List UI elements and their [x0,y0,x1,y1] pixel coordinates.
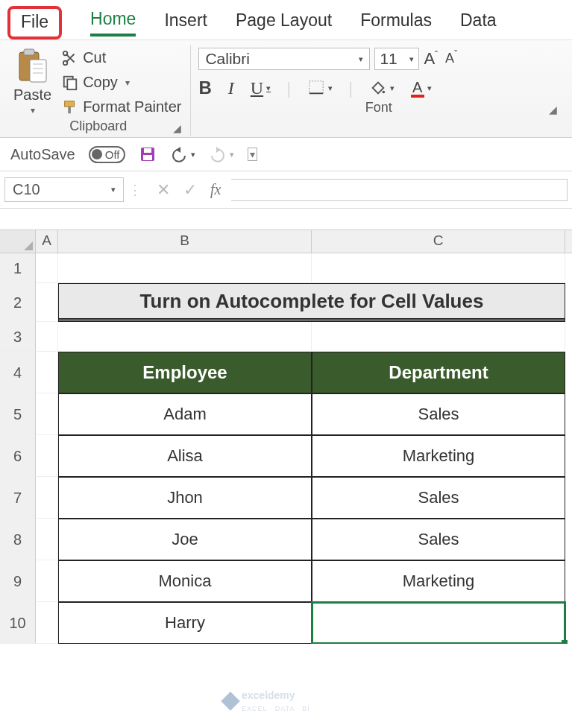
table-cell-selected[interactable] [312,602,565,644]
decrease-font-size-button[interactable]: Aˇ [445,49,457,69]
cell[interactable] [36,477,58,519]
tab-page-layout[interactable]: Page Layout [236,10,332,35]
svg-rect-17 [143,155,152,160]
increase-font-size-button[interactable]: Aˆ [424,49,438,69]
save-button[interactable] [139,145,157,163]
chevron-down-icon[interactable]: ▾ [390,83,395,93]
copy-label: Copy [83,74,118,91]
col-header-c[interactable]: C [312,230,565,253]
row-header[interactable]: 1 [0,253,36,283]
row-header[interactable]: 5 [0,393,36,435]
table-cell[interactable]: Sales [312,393,565,435]
chevron-down-icon[interactable]: ▾ [125,77,130,88]
table-cell[interactable]: Harry [58,602,312,644]
table-cell[interactable]: Joe [58,519,312,560]
tab-data[interactable]: Data [460,10,497,35]
row-header[interactable]: 2 [0,283,36,322]
row-header[interactable]: 8 [0,519,36,560]
cancel-formula-icon[interactable]: ✕ [157,180,170,200]
cell[interactable] [36,283,58,322]
title-cell[interactable]: Turn on Autocomplete for Cell Values [58,283,565,322]
svg-rect-12 [309,81,323,94]
chevron-down-icon[interactable]: ▾ [266,83,271,93]
svg-rect-2 [30,60,46,82]
formula-input[interactable] [231,179,568,201]
autosave-label: AutoSave [10,146,75,163]
table-header-employee[interactable]: Employee [58,352,312,393]
redo-button[interactable]: ▾ [209,145,234,163]
col-header-b[interactable]: B [58,230,312,253]
cell[interactable] [36,393,58,435]
tab-home[interactable]: Home [90,9,136,37]
chevron-down-icon[interactable]: ▾ [31,105,35,115]
table-cell[interactable]: Marketing [312,560,565,602]
fill-color-button[interactable]: ▾ [369,80,395,96]
select-all-corner[interactable] [0,230,36,253]
ribbon-tabs: File Home Insert Page Layout Formulas Da… [0,0,572,39]
cell[interactable] [36,253,58,283]
row-header[interactable]: 3 [0,322,36,352]
chevron-down-icon[interactable]: ▾ [427,83,432,93]
font-color-icon: A [412,79,422,96]
paste-button[interactable]: Paste ▾ [13,48,51,115]
table-cell[interactable]: Jhon [58,477,312,519]
font-size-value: 11 [380,50,397,68]
chevron-down-icon[interactable]: ▾ [359,54,363,64]
italic-button[interactable]: I [228,78,234,98]
tab-file[interactable]: File [7,6,62,39]
cell[interactable] [312,253,565,283]
format-painter-button[interactable]: Format Painter [60,97,183,117]
fx-icon[interactable]: fx [210,181,221,198]
table-header-department[interactable]: Department [312,352,565,393]
font-name-select[interactable]: Calibri ▾ [198,48,370,70]
row-header[interactable]: 6 [0,435,36,477]
customize-qat-button[interactable]: ▾ [248,148,257,161]
cell[interactable] [36,560,58,602]
cell[interactable] [36,519,58,560]
row-header[interactable]: 4 [0,352,36,393]
table-cell[interactable]: Monica [58,560,312,602]
cut-button[interactable]: Cut [60,48,183,68]
underline-button[interactable]: U▾ [251,78,271,98]
autosave-toggle[interactable]: Off [89,146,126,163]
cell[interactable] [36,352,58,393]
dialog-launcher-icon[interactable]: ◢ [171,122,183,134]
undo-button[interactable]: ▾ [170,145,195,163]
resize-handle[interactable]: ⋮ [124,182,146,198]
table-cell[interactable]: Sales [312,477,565,519]
cell[interactable] [36,602,58,644]
cell[interactable] [36,322,58,352]
dialog-launcher-icon[interactable]: ◢ [547,104,559,115]
chevron-down-icon[interactable]: ▾ [409,54,414,64]
row-header[interactable]: 10 [0,602,36,644]
tab-insert[interactable]: Insert [164,10,207,35]
row-header[interactable]: 9 [0,560,36,602]
cell[interactable] [312,322,565,352]
row-header[interactable]: 7 [0,477,36,519]
chevron-down-icon[interactable]: ▾ [111,185,116,194]
copy-button[interactable]: Copy ▾ [60,72,183,92]
bold-button[interactable]: B [198,77,211,98]
autosave-state: Off [105,148,120,161]
paintbrush-icon [62,99,78,115]
enter-formula-icon[interactable]: ✓ [183,180,197,200]
chevron-down-icon[interactable]: ▾ [191,150,195,159]
chevron-down-icon[interactable]: ▾ [328,83,333,93]
table-cell[interactable]: Sales [312,519,565,560]
tab-formulas[interactable]: Formulas [360,10,432,35]
chevron-down-icon[interactable]: ▾ [230,150,234,159]
svg-rect-9 [67,79,76,89]
svg-rect-1 [24,49,34,55]
font-color-button[interactable]: A ▾ [411,79,432,98]
name-box[interactable]: C10 ▾ [4,177,124,202]
cell[interactable] [58,322,312,352]
font-size-select[interactable]: 11 ▾ [374,48,419,70]
borders-button[interactable]: ▾ [307,80,333,96]
table-cell[interactable]: Marketing [312,435,565,477]
table-cell[interactable]: Adam [58,393,312,435]
table-cell[interactable]: Alisa [58,435,312,477]
group-font: Calibri ▾ 11 ▾ Aˆ Aˇ B I U▾ | ▾ [191,45,566,136]
col-header-a[interactable]: A [36,230,58,253]
cell[interactable] [36,435,58,477]
cell[interactable] [58,253,312,283]
